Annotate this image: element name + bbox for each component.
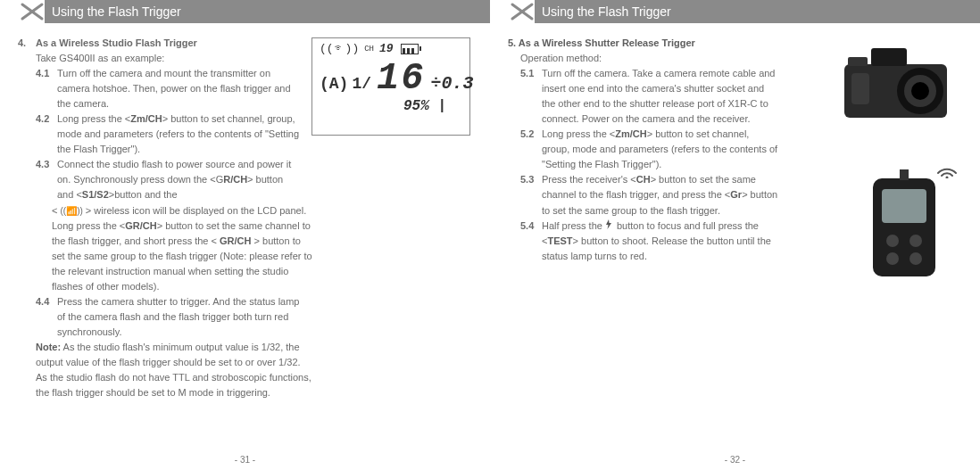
sub-number: 4.1 bbox=[36, 66, 57, 111]
section-header-text: Using the Flash Trigger bbox=[542, 4, 671, 19]
item-4-2: 4.2 Long press the <Zm/CH> button to set… bbox=[18, 111, 303, 157]
antenna-icon: ((ᯤ)) bbox=[320, 42, 359, 55]
lcd-group: (A) bbox=[320, 75, 348, 93]
item-title: As a Wireless Shutter Release Trigger bbox=[516, 37, 695, 48]
sub-number: 4.3 bbox=[36, 157, 57, 202]
svg-point-8 bbox=[911, 82, 929, 100]
lcd-panel: ((ᯤ)) CH 19 (A) 1/ 16 ÷0.3 95% | bbox=[311, 37, 470, 136]
sub-number: 4.4 bbox=[36, 294, 57, 340]
lcd-big-value: 16 bbox=[377, 57, 425, 100]
wifi-icon bbox=[936, 161, 958, 182]
sub-number: 4.2 bbox=[36, 111, 57, 157]
item-4-1: 4.1 Turn off the camera and mount the tr… bbox=[18, 66, 303, 111]
lcd-small-value: ÷0.3 bbox=[430, 73, 473, 94]
item-number: 5. bbox=[508, 37, 516, 48]
svg-rect-9 bbox=[848, 57, 868, 66]
camera-image bbox=[835, 37, 960, 127]
svg-point-17 bbox=[909, 252, 922, 265]
sub-body: Connect the studio flash to power source… bbox=[57, 157, 300, 202]
lcd-ch-value: 19 bbox=[379, 42, 394, 55]
lcd-ratio: 1/ bbox=[352, 75, 371, 93]
lcd-ch-label: CH bbox=[364, 45, 374, 54]
sub-body: Turn off the camera. Take a camera remot… bbox=[542, 66, 779, 127]
sub-body: Long press the <Zm/CH> button to set cha… bbox=[542, 127, 779, 172]
svg-point-11 bbox=[946, 177, 949, 179]
note: Note: As the studio flash's minimum outp… bbox=[18, 340, 312, 400]
svg-point-14 bbox=[886, 235, 899, 247]
svg-rect-18 bbox=[900, 169, 909, 180]
sub-body: Half press the button to focus and full … bbox=[542, 219, 779, 264]
note-text: As the studio flash's minimum output val… bbox=[36, 342, 311, 398]
item-5-2: 5.2 Long press the <Zm/CH> button to set… bbox=[508, 127, 779, 172]
item-title: As a Wireless Studio Flash Trigger bbox=[36, 36, 197, 51]
page-31: Using the Flash Trigger 4. As a Wireless… bbox=[0, 0, 490, 470]
svg-rect-13 bbox=[882, 189, 926, 223]
sub-body: Turn off the camera and mount the transm… bbox=[57, 66, 303, 111]
section-header-text: Using the Flash Trigger bbox=[52, 4, 181, 19]
item-5-3: 5.3 Press the receiver's <CH> button to … bbox=[508, 172, 779, 218]
sub-number: 5.3 bbox=[520, 172, 542, 218]
item-5-1: 5.1 Turn off the camera. Take a camera r… bbox=[508, 66, 779, 127]
bolt-icon bbox=[605, 219, 614, 234]
receiver-image bbox=[855, 169, 953, 285]
svg-point-16 bbox=[886, 252, 899, 265]
section-header: Using the Flash Trigger bbox=[535, 0, 980, 23]
item-4-3: 4.3 Connect the studio flash to power so… bbox=[18, 157, 300, 202]
item-number: 4. bbox=[18, 36, 36, 51]
page-number: - 32 - bbox=[490, 455, 980, 465]
lcd-percent: 95% | bbox=[320, 98, 462, 114]
sub-body: Press the receiver's <CH> button to set … bbox=[542, 172, 779, 218]
sub-number: 5.1 bbox=[520, 66, 542, 127]
item-4-4: 4.4 Press the camera shutter to trigger.… bbox=[18, 294, 300, 340]
item-4-3-cont: < ((📶)) > wireless icon will be displaye… bbox=[18, 203, 316, 294]
sub-body: Press the camera shutter to trigger. And… bbox=[57, 294, 300, 340]
sub-number: 5.2 bbox=[520, 127, 542, 172]
header-x-icon bbox=[20, 2, 45, 21]
lcd-row-top: ((ᯤ)) CH 19 bbox=[320, 42, 462, 55]
note-label: Note: bbox=[36, 342, 61, 352]
section-header: Using the Flash Trigger bbox=[45, 0, 490, 23]
page-32: Using the Flash Trigger 5. As a Wireless… bbox=[490, 0, 980, 470]
svg-point-15 bbox=[909, 235, 922, 247]
svg-rect-5 bbox=[871, 48, 907, 66]
page-number: - 31 - bbox=[0, 455, 490, 465]
battery-icon bbox=[401, 44, 419, 54]
svg-rect-10 bbox=[851, 73, 869, 104]
header-x-icon bbox=[510, 2, 535, 21]
sub-number: 5.4 bbox=[520, 219, 542, 264]
lcd-row-main: (A) 1/ 16 ÷0.3 bbox=[320, 57, 462, 100]
wireless-icon: ((📶)) bbox=[60, 206, 82, 216]
item-5-4: 5.4 Half press the button to focus and f… bbox=[508, 219, 779, 264]
sub-body: Long press the <Zm/CH> button to set cha… bbox=[57, 111, 303, 157]
